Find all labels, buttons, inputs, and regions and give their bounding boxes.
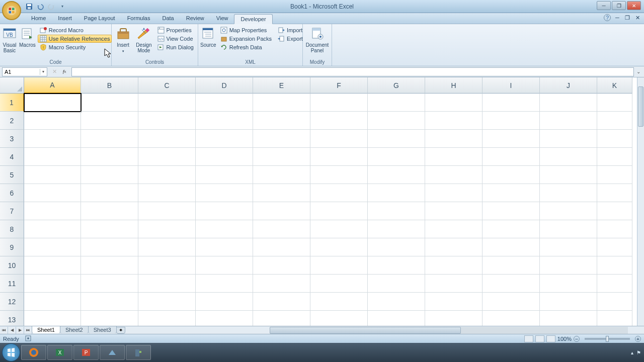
cell[interactable]	[368, 130, 425, 148]
cell[interactable]	[425, 275, 482, 293]
cell[interactable]	[253, 112, 310, 130]
column-header[interactable]: H	[425, 77, 482, 94]
cell[interactable]	[253, 238, 310, 256]
cell[interactable]	[425, 220, 482, 238]
cell[interactable]	[310, 166, 368, 184]
row-header[interactable]: 4	[0, 148, 24, 166]
sheet-tab[interactable]: Sheet2	[60, 326, 89, 333]
cell[interactable]	[196, 112, 253, 130]
view-code-button[interactable]: </>View Code	[155, 35, 196, 43]
taskbar-app2[interactable]	[126, 345, 151, 360]
cell[interactable]	[540, 166, 597, 184]
cell[interactable]	[81, 293, 138, 311]
tab-home[interactable]: Home	[25, 14, 52, 24]
cell[interactable]	[425, 311, 482, 326]
cell[interactable]	[253, 130, 310, 148]
tab-view[interactable]: View	[210, 14, 234, 24]
cell[interactable]	[368, 256, 425, 275]
cell[interactable]	[597, 94, 632, 112]
zoom-out-button[interactable]: −	[574, 336, 580, 342]
column-header[interactable]: E	[253, 77, 310, 94]
cell[interactable]	[253, 275, 310, 293]
cell[interactable]	[597, 112, 632, 130]
column-header[interactable]: G	[368, 77, 425, 94]
page-break-view-button[interactable]	[546, 335, 555, 342]
cell-grid[interactable]	[24, 94, 637, 326]
column-header[interactable]: I	[482, 77, 540, 94]
cell[interactable]	[310, 148, 368, 166]
cell[interactable]	[482, 112, 540, 130]
cell[interactable]	[24, 275, 81, 293]
new-sheet-button[interactable]: ✦	[116, 327, 125, 334]
cell[interactable]	[24, 256, 81, 275]
cell[interactable]	[138, 184, 196, 202]
cell[interactable]	[425, 184, 482, 202]
cell[interactable]	[138, 238, 196, 256]
cell[interactable]	[597, 184, 632, 202]
cell[interactable]	[196, 293, 253, 311]
cell[interactable]	[597, 148, 632, 166]
cell[interactable]	[368, 275, 425, 293]
row-header[interactable]: 10	[0, 256, 24, 275]
cell[interactable]	[24, 202, 81, 220]
cell[interactable]	[425, 94, 482, 112]
cell[interactable]	[81, 311, 138, 326]
refresh-data-button[interactable]: Refresh Data	[218, 43, 274, 51]
cell[interactable]	[425, 112, 482, 130]
tab-data[interactable]: Data	[156, 14, 180, 24]
cell[interactable]	[196, 202, 253, 220]
cell[interactable]	[253, 256, 310, 275]
cell[interactable]	[138, 112, 196, 130]
cell[interactable]	[310, 311, 368, 326]
cell[interactable]	[482, 184, 540, 202]
cell[interactable]	[540, 256, 597, 275]
cell[interactable]	[540, 311, 597, 326]
macro-security-button[interactable]: !Macro Security	[38, 43, 112, 51]
cell[interactable]	[138, 166, 196, 184]
design-mode-button[interactable]: Design Mode	[134, 25, 153, 54]
cell[interactable]	[597, 256, 632, 275]
map-properties-button[interactable]: Map Properties	[218, 26, 274, 34]
row-header[interactable]: 5	[0, 166, 24, 184]
cell[interactable]	[253, 293, 310, 311]
cell[interactable]	[196, 94, 253, 112]
document-panel-button[interactable]: Document Panel	[305, 25, 330, 54]
cell[interactable]	[597, 130, 632, 148]
cell[interactable]	[482, 148, 540, 166]
redo-icon[interactable]	[47, 3, 55, 11]
cell[interactable]	[196, 148, 253, 166]
cell[interactable]	[482, 275, 540, 293]
cell[interactable]	[138, 275, 196, 293]
cell[interactable]	[540, 238, 597, 256]
taskbar-excel[interactable]: X	[47, 345, 72, 360]
cell[interactable]	[138, 94, 196, 112]
export-button[interactable]: Export	[276, 35, 305, 43]
name-box-dropdown-icon[interactable]: ▾	[40, 69, 46, 75]
cell[interactable]	[540, 148, 597, 166]
page-layout-view-button[interactable]	[535, 335, 544, 342]
cell[interactable]	[196, 166, 253, 184]
cell[interactable]	[482, 256, 540, 275]
cell[interactable]	[310, 220, 368, 238]
cell[interactable]	[482, 311, 540, 326]
cell[interactable]	[253, 94, 310, 112]
cell[interactable]	[310, 184, 368, 202]
cell[interactable]	[482, 293, 540, 311]
qat-dropdown-icon[interactable]: ▾	[58, 3, 66, 11]
cell[interactable]	[597, 220, 632, 238]
cell[interactable]	[196, 275, 253, 293]
cell[interactable]	[24, 184, 81, 202]
cell[interactable]	[368, 238, 425, 256]
system-tray[interactable]: ▴ ⚑	[631, 350, 641, 355]
cell[interactable]	[81, 238, 138, 256]
office-button[interactable]	[2, 1, 21, 20]
row-header[interactable]: 11	[0, 275, 24, 293]
cell[interactable]	[540, 275, 597, 293]
row-header[interactable]: 3	[0, 130, 24, 148]
run-dialog-button[interactable]: Run Dialog	[155, 43, 196, 51]
cell[interactable]	[81, 130, 138, 148]
cell[interactable]	[540, 94, 597, 112]
row-header[interactable]: 6	[0, 184, 24, 202]
cell[interactable]	[138, 220, 196, 238]
normal-view-button[interactable]	[524, 335, 533, 342]
